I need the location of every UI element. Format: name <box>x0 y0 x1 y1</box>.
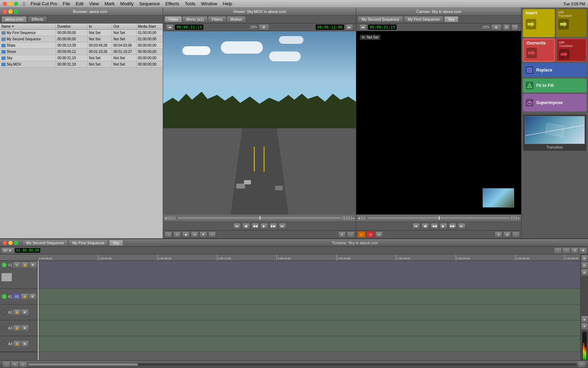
file-row-1[interactable]: My Second Sequence 00:00:00;00 Not Set N… <box>0 36 163 42</box>
canvas-play-btn[interactable]: ▶ <box>440 223 447 229</box>
viewer-play-btn[interactable]: ▶ <box>260 223 268 229</box>
a2-patch-btn[interactable]: ⊕ <box>21 309 28 315</box>
a2-enable-btn[interactable] <box>1 309 7 315</box>
viewer-ff-btn[interactable]: ⏭ <box>345 24 353 30</box>
bottom-zoom-in-btn[interactable]: + <box>578 362 585 367</box>
canvas-tab-firstseq[interactable]: My First Sequence <box>404 16 444 22</box>
menu-mark[interactable]: Mark <box>102 0 118 8</box>
tl-clip-overlays-btn[interactable]: ⊞ <box>580 248 587 253</box>
a1-enable-btn[interactable] <box>1 294 7 299</box>
canvas-edit-overlay-btn[interactable]: E <box>358 231 365 238</box>
canvas-play-reverse-btn[interactable]: ◀◀ <box>430 223 438 229</box>
viewer-timecode-out[interactable]: 00:00:11;06 <box>316 25 344 30</box>
a3-lock-btn[interactable]: 🔒 <box>13 325 20 331</box>
overwrite-with-transition-button[interactable]: withTransition <box>556 39 587 62</box>
viewer-match-btn[interactable]: M <box>191 231 198 238</box>
menu-edit[interactable]: Edit <box>73 0 86 8</box>
viewer-zoom-btn[interactable]: ⊞ <box>259 24 269 30</box>
viewer-mark-btn[interactable]: ◆ <box>182 231 190 238</box>
replace-button[interactable]: Replace <box>523 63 587 77</box>
tl-zoom-out-btn[interactable]: − <box>554 248 561 253</box>
viewer-tab-video[interactable]: Video <box>164 16 182 22</box>
canvas-close[interactable] <box>3 9 7 14</box>
v1-visibility-btn[interactable]: V <box>13 262 20 268</box>
canvas-prev-edit-btn[interactable]: ⏮ <box>412 223 420 229</box>
canvas-overwrite-btn[interactable]: O <box>366 231 374 238</box>
viewer-scrubber[interactable]: ◀▎▎▎▎▎▎ ▎▎▎▎▎▎▶ <box>163 214 356 222</box>
timeline-tab-sky[interactable]: Sky <box>109 240 123 246</box>
browser-tab-aboutcom[interactable]: about.com <box>1 16 27 22</box>
file-row-3[interactable]: Shore 00:00:09;12 00:01:10;26 00:01:19;3… <box>0 49 163 55</box>
minimize-button[interactable] <box>8 2 13 6</box>
tl-scroll-up-btn[interactable]: ▲ <box>581 316 588 322</box>
a3-patch-btn[interactable]: ⊕ <box>21 325 28 331</box>
tl-collapse-btn[interactable]: ⊟ <box>581 262 588 268</box>
bottom-waveform-btn[interactable]: ∿ <box>11 362 18 367</box>
canvas-tab-sky[interactable]: Sky <box>444 16 458 22</box>
a3-enable-btn[interactable] <box>1 325 7 331</box>
col-name[interactable]: Name ▼ <box>0 23 56 29</box>
viewer-tab-filters[interactable]: Filters <box>208 16 226 22</box>
canvas-scrubber-track[interactable] <box>368 217 510 219</box>
tl-zoom-in-btn[interactable]: + <box>563 248 570 253</box>
col-out[interactable]: Out <box>112 23 136 29</box>
tl-zoom-tracks-btn[interactable]: ⊞ <box>581 255 588 261</box>
timeline-timecode[interactable]: 01:00:00;00 <box>15 248 40 253</box>
canvas-next-edit-btn[interactable]: ⏭ <box>458 223 465 229</box>
a2-lock-btn[interactable]: 🔒 <box>13 309 20 315</box>
menu-finalcutpro[interactable]: Final Cut Pro <box>28 0 60 8</box>
file-row-5[interactable]: Sky.MOV 00:00:31;19 Not Set Not Set 00:0… <box>0 61 163 68</box>
file-row-2[interactable]: Ships 00:00:13;39 00:03:49;28 00:04:03;0… <box>0 42 163 49</box>
menu-sequence[interactable]: Sequence <box>136 0 163 8</box>
timeline-tab-firstseq[interactable]: My First Sequence <box>69 240 108 246</box>
browser-tab-effects[interactable]: Effects <box>28 16 47 22</box>
tl-rt-btn[interactable]: RT ▼ <box>1 248 14 253</box>
canvas-zoom-btn[interactable]: ⊞ <box>491 24 502 30</box>
canvas-timecode[interactable]: 00:00:31;19 <box>368 25 397 30</box>
viewer-tab-mono[interactable]: Mono (a1) <box>182 16 208 22</box>
viewer-next-edit-btn[interactable]: ⏭ <box>279 223 286 229</box>
viewer-in-btn[interactable]: I <box>164 231 172 238</box>
menu-effects[interactable]: Effects <box>162 0 182 8</box>
timeline-tab-secondseq[interactable]: My Second Sequence <box>22 240 68 246</box>
col-mediastart[interactable]: Media Start <box>136 23 163 29</box>
canvas-extra2-btn[interactable]: ⊞ <box>503 231 511 238</box>
insert-with-transition-button[interactable]: withTransition <box>556 9 587 37</box>
v1-patch-btn[interactable]: ⊕ <box>29 262 36 268</box>
file-row-0[interactable]: My First Sequence 00:00:00;00 Not Set No… <box>0 30 163 36</box>
viewer-play-reverse-btn[interactable]: ◀◀ <box>251 223 259 229</box>
tl-expand-btn[interactable]: ⊞ <box>581 269 588 275</box>
viewer-canvas-btn[interactable]: ⊡ <box>338 231 346 238</box>
tl-fit-btn[interactable]: ⊡ <box>571 248 578 253</box>
col-duration[interactable]: Duration <box>56 23 88 29</box>
col-in[interactable]: In <box>88 23 112 29</box>
transition-preview-box[interactable]: Transition <box>523 114 587 151</box>
canvas-fit-btn[interactable]: ⊡ <box>503 24 510 30</box>
viewer-rewind-btn[interactable]: ⏮ <box>166 24 174 30</box>
viewer-edit-btn[interactable]: ✂ <box>208 231 216 238</box>
canvas-match-frame-btn[interactable]: M <box>375 231 383 238</box>
overwrite-button[interactable]: Overwrite <box>523 39 555 62</box>
menu-window[interactable]: Window <box>198 0 220 8</box>
a4-patch-btn[interactable]: ⊕ <box>21 341 28 347</box>
bottom-zoom-out-btn[interactable]: − <box>3 362 10 367</box>
timeline-max[interactable] <box>14 241 18 245</box>
viewer-step-back-btn[interactable]: ◀| <box>242 223 250 229</box>
maximize-button[interactable] <box>14 2 18 6</box>
a4-lock-btn[interactable]: 🔒 <box>13 341 20 347</box>
bottom-clip-btn[interactable]: ▭ <box>20 362 27 367</box>
menu-file[interactable]: File <box>60 0 73 8</box>
canvas-extra1-btn[interactable]: ⊡ <box>495 231 502 238</box>
fit-to-fill-button[interactable]: Fit to Fill <box>523 79 587 93</box>
canvas-min[interactable] <box>8 9 13 14</box>
a4-enable-btn[interactable] <box>1 341 7 347</box>
tl-scroll-down-btn[interactable]: ▼ <box>581 323 588 329</box>
viewer-add-marker-btn[interactable]: ▼ <box>200 231 207 238</box>
v1-lock-btn[interactable]: 🔒 <box>21 262 28 268</box>
menu-modify[interactable]: Modify <box>118 0 136 8</box>
viewer-timecode-in[interactable]: 00:00:31;19 <box>175 25 203 30</box>
menu-help[interactable]: Help <box>220 0 235 8</box>
canvas-tab-secondseq[interactable]: My Second Sequence <box>358 16 403 22</box>
canvas-rewind-btn[interactable]: ⏮ <box>359 24 367 30</box>
viewer-tab-motion[interactable]: Motion <box>226 16 246 22</box>
